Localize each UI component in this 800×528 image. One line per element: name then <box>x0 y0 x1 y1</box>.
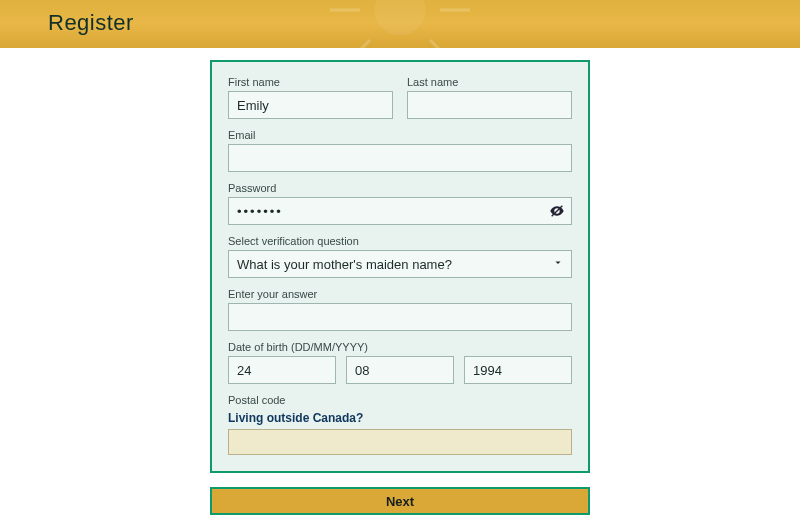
postal-code-input[interactable] <box>228 429 572 455</box>
password-label: Password <box>228 182 572 194</box>
dob-month-input[interactable] <box>346 356 454 384</box>
svg-line-7 <box>348 40 370 48</box>
dob-year-input[interactable] <box>464 356 572 384</box>
dob-label: Date of birth (DD/MM/YYYY) <box>228 341 572 353</box>
answer-input[interactable] <box>228 303 572 331</box>
postal-code-label: Postal code <box>228 394 572 406</box>
page-title: Register <box>0 0 800 36</box>
verification-question-select[interactable] <box>228 250 572 278</box>
email-label: Email <box>228 129 572 141</box>
dob-day-input[interactable] <box>228 356 336 384</box>
email-input[interactable] <box>228 144 572 172</box>
last-name-label: Last name <box>407 76 572 88</box>
outside-canada-link[interactable]: Living outside Canada? <box>228 411 572 425</box>
password-input[interactable] <box>228 197 572 225</box>
header-banner: Register <box>0 0 800 48</box>
next-button[interactable]: Next <box>210 487 590 515</box>
verification-question-label: Select verification question <box>228 235 572 247</box>
svg-line-6 <box>430 40 452 48</box>
register-form-card: First name Last name Email Password <box>210 60 590 473</box>
answer-label: Enter your answer <box>228 288 572 300</box>
first-name-input[interactable] <box>228 91 393 119</box>
first-name-label: First name <box>228 76 393 88</box>
last-name-input[interactable] <box>407 91 572 119</box>
password-visibility-icon[interactable] <box>548 202 566 220</box>
page-body: First name Last name Email Password <box>0 48 800 528</box>
